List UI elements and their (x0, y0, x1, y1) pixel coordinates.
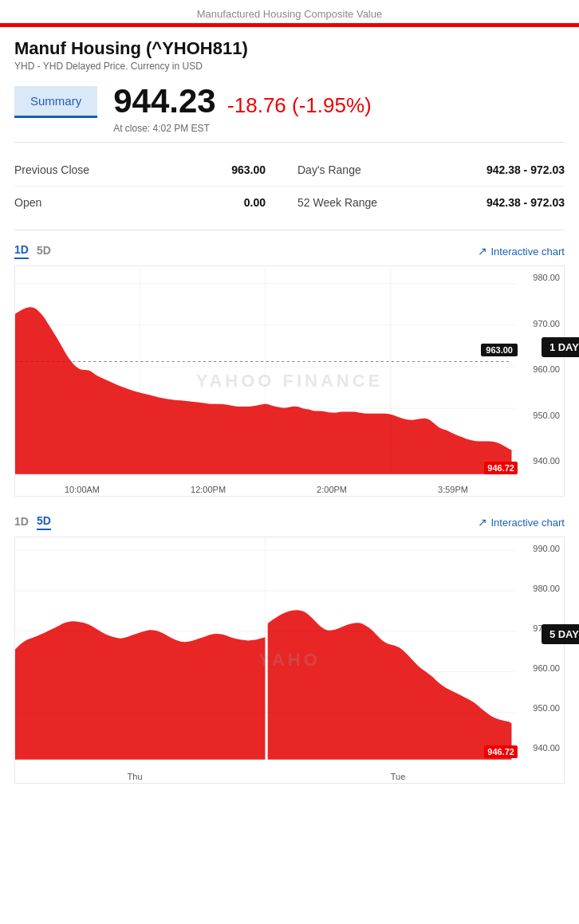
chart2-day-badge: 5 DAY (542, 624, 579, 644)
stat-row: 52 Week Range 942.38 - 972.03 (290, 187, 565, 218)
expand-icon-2: ↗ (478, 516, 487, 529)
chart2-y-labels: 990.00 980.00 970.00 960.00 950.00 940.0… (518, 537, 564, 759)
chart2-interactive-link[interactable]: ↗ Interactive chart (478, 516, 565, 529)
chart1-day-badge: 1 DAY (542, 337, 579, 357)
chart2-x-labels: Thu Tue (15, 772, 518, 781)
chart1-tabs: 1D 5D (14, 243, 51, 259)
chart1-y-labels: 980.00 970.00 960.00 950.00 940.00 (518, 266, 564, 472)
chart2-svg (15, 537, 564, 783)
stat-label: Open (14, 196, 41, 209)
chart2-interactive-label: Interactive chart (491, 517, 565, 529)
chart2-current-price-tag: 946.72 (484, 745, 518, 758)
chart2-section: 1D 5D ↗ Interactive chart YAHO 990.00 98… (0, 497, 579, 784)
chart1-header: 1D 5D ↗ Interactive chart (14, 243, 565, 259)
price-close-time: At close: 4:02 PM EST (113, 123, 372, 134)
chart1-section: 1D 5D ↗ Interactive chart YAHOO FINA (0, 230, 579, 497)
top-title-bar: Manufactured Housing Composite Value (0, 0, 579, 23)
chart1-current-price-tag: 946.72 (484, 462, 518, 474)
stat-label: Previous Close (14, 163, 89, 176)
summary-tab[interactable]: Summary (14, 86, 97, 118)
stat-value: 963.00 (231, 163, 266, 176)
price-info: 944.23 -18.76 (-1.95%) At close: 4:02 PM… (113, 83, 372, 134)
chart1-wrapper: YAHOO FINANCE 980.00 970.00 960.00 950.0… (14, 265, 565, 497)
chart2-wrapper: YAHO 990.00 980.00 970.00 960.00 950.00 … (14, 537, 565, 784)
price-section: Summary 944.23 -18.76 (-1.95%) At close:… (0, 78, 579, 142)
stock-meta: YHD - YHD Delayed Price. Currency in USD (14, 61, 565, 72)
chart1-tab-5d[interactable]: 5D (37, 244, 51, 258)
chart1-prev-close-tag: 963.00 (481, 344, 518, 356)
stat-value: 942.38 - 972.03 (486, 196, 565, 209)
stat-row: Open 0.00 (14, 187, 290, 218)
page-title: Manufactured Housing Composite Value (197, 8, 382, 20)
stock-header: Manuf Housing (^YHOH811) YHD - YHD Delay… (0, 27, 579, 78)
stat-value: 942.38 - 972.03 (486, 163, 565, 176)
price-row: 944.23 -18.76 (-1.95%) (113, 83, 372, 120)
stat-label: 52 Week Range (297, 196, 377, 209)
chart1-svg (15, 266, 564, 496)
chart2-tab-5d[interactable]: 5D (37, 514, 51, 530)
chart2-tab-1d[interactable]: 1D (14, 515, 29, 529)
stat-row: Day's Range 942.38 - 972.03 (290, 154, 565, 187)
chart1-interactive-link[interactable]: ↗ Interactive chart (478, 245, 565, 258)
chart1-interactive-label: Interactive chart (491, 246, 565, 258)
chart1-tab-1d[interactable]: 1D (14, 243, 29, 259)
price-change: -18.76 (-1.95%) (227, 93, 372, 117)
chart1-x-labels: 10:00AM 12:00PM 2:00PM 3:59PM (15, 485, 518, 494)
stat-row: Previous Close 963.00 (14, 154, 290, 187)
stat-label: Day's Range (297, 163, 361, 176)
chart2-header: 1D 5D ↗ Interactive chart (14, 514, 565, 530)
chart2-tabs: 1D 5D (14, 514, 51, 530)
stock-name: Manuf Housing (^YHOH811) (14, 38, 565, 59)
expand-icon: ↗ (478, 245, 487, 258)
price-value: 944.23 (113, 82, 215, 120)
stat-value: 0.00 (244, 196, 266, 209)
stats-table: Previous Close 963.00 Day's Range 942.38… (0, 143, 579, 230)
